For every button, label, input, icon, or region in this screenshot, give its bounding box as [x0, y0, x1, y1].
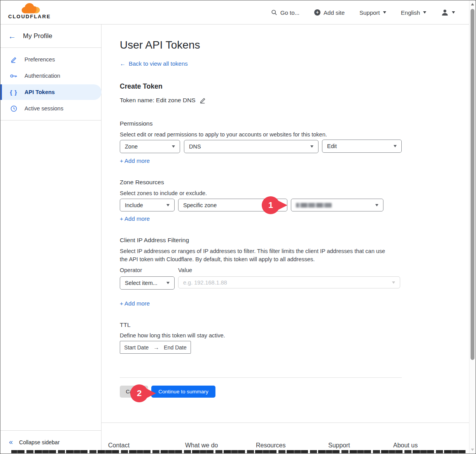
value-label: Value	[178, 267, 192, 273]
back-arrow-icon: ←	[8, 32, 16, 40]
clock-icon	[10, 105, 18, 112]
operator-select[interactable]: Select item...	[120, 276, 175, 290]
ip-value-input[interactable]: e.g. 192.168.1.88	[178, 276, 400, 288]
user-menu[interactable]	[441, 9, 455, 16]
token-name-text: Token name: Edit zone DNS	[120, 97, 196, 104]
language-menu[interactable]: English	[401, 9, 426, 16]
footer-col-what-we-do[interactable]: What we do	[185, 442, 218, 449]
language-label: English	[401, 9, 420, 16]
sidebar-item-active-sessions[interactable]: Active sessions	[0, 101, 102, 116]
permissions-description: Select edit or read permissions to apply…	[120, 131, 327, 139]
sidebar-back-my-profile[interactable]: ← My Profile	[0, 24, 101, 48]
ttl-end-date: End Date	[164, 344, 186, 351]
zone-resources-title: Zone Resources	[120, 179, 164, 186]
collapse-sidebar-label: Collapse sidebar	[19, 439, 60, 445]
back-link-label: Back to view all tokens	[129, 60, 188, 67]
collapse-chevrons-icon: «	[9, 438, 13, 446]
back-arrow-icon: ←	[120, 60, 126, 67]
permissions-title: Permissions	[120, 120, 152, 127]
ttl-description: Define how long this token will stay act…	[120, 332, 225, 340]
pencil-icon	[10, 56, 18, 63]
cancel-button[interactable]: Cancel	[120, 386, 148, 398]
cloudflare-logo[interactable]: CLOUDFLARE	[8, 3, 50, 22]
cloudflare-cloud-icon	[17, 3, 41, 14]
permission-access-select[interactable]: Edit	[322, 140, 402, 153]
chevron-down-icon	[166, 282, 170, 284]
key-icon	[10, 73, 18, 79]
user-icon	[441, 9, 449, 16]
ttl-start-date: Start Date	[124, 344, 149, 351]
vertical-scrollbar[interactable]	[469, 0, 476, 454]
zone-scope-select[interactable]: Specific zone	[178, 199, 287, 211]
sidebar: ← My Profile Preferences Authentication …	[0, 24, 102, 454]
continue-to-summary-button[interactable]: Continue to summary	[151, 386, 215, 398]
ip-filtering-title: Client IP Address Filtering	[120, 237, 189, 244]
arrow-right-icon: →	[153, 344, 159, 351]
footer-col-about-us[interactable]: About us	[393, 442, 418, 449]
chevron-down-icon	[392, 281, 395, 284]
permission-access-value: Edit	[327, 143, 337, 149]
go-to-label: Go to...	[280, 9, 299, 16]
sidebar-item-label: Authentication	[24, 73, 60, 79]
zone-resources-add-more-link[interactable]: + Add more	[120, 215, 150, 222]
scrollbar-thumb[interactable]	[471, 9, 474, 360]
plus-circle-icon: +	[314, 9, 320, 16]
permission-resource-value: DNS	[189, 143, 201, 150]
ip-filtering-description: Select IP addresses or ranges of IP addr…	[120, 247, 392, 264]
redacted-zone-value	[296, 203, 332, 208]
chevron-down-icon	[166, 204, 170, 206]
ip-value-placeholder: e.g. 192.168.1.88	[183, 279, 227, 286]
permission-scope-value: Zone	[125, 143, 138, 150]
chevron-down-icon	[423, 11, 426, 14]
token-name-row: Token name: Edit zone DNS	[120, 97, 206, 104]
back-to-tokens-link[interactable]: ← Back to view all tokens	[120, 60, 188, 67]
zone-scope-value: Specific zone	[183, 202, 217, 208]
ttl-date-range-picker[interactable]: Start Date → End Date	[120, 341, 191, 354]
go-to-search[interactable]: Go to...	[271, 9, 299, 16]
braces-icon: { }	[10, 89, 18, 96]
support-menu[interactable]: Support	[359, 9, 386, 16]
zone-mode-value: Include	[125, 202, 143, 208]
sidebar-item-label: Preferences	[24, 56, 55, 63]
operator-label: Operator	[120, 267, 142, 273]
footer-col-support[interactable]: Support	[328, 442, 350, 449]
sidebar-item-label: Active sessions	[24, 105, 63, 112]
sidebar-separator	[0, 120, 102, 120]
add-site-button[interactable]: + Add site	[314, 9, 345, 16]
add-site-label: Add site	[324, 9, 345, 16]
permission-scope-select[interactable]: Zone	[120, 140, 180, 153]
footer-col-contact[interactable]: Contact	[108, 442, 130, 449]
footer-divider	[102, 423, 469, 423]
scrollbar-down-arrow-icon[interactable]	[471, 449, 474, 451]
page-title: User API Tokens	[120, 39, 200, 51]
support-label: Support	[359, 9, 380, 16]
edit-pencil-icon[interactable]	[200, 97, 206, 104]
top-header: CLOUDFLARE Go to... + Add site Support E…	[0, 0, 469, 24]
cloudflare-wordmark: CLOUDFLARE	[8, 14, 50, 19]
footer-col-resources[interactable]: Resources	[256, 442, 285, 449]
sidebar-item-label: API Tokens	[24, 89, 55, 95]
chevron-down-icon	[172, 145, 175, 148]
scrollbar-up-arrow-icon[interactable]	[471, 3, 474, 5]
search-icon	[271, 9, 277, 16]
chevron-down-icon	[310, 145, 313, 148]
zone-mode-select[interactable]: Include	[120, 199, 175, 211]
sidebar-item-api-tokens[interactable]: { } API Tokens	[0, 84, 102, 100]
operator-value: Select item...	[125, 280, 158, 286]
sidebar-title: My Profile	[23, 32, 52, 40]
sidebar-item-authentication[interactable]: Authentication	[0, 68, 102, 84]
sidebar-item-preferences[interactable]: Preferences	[0, 52, 102, 67]
create-token-heading: Create Token	[120, 82, 163, 91]
zone-name-select[interactable]	[291, 199, 383, 211]
ip-filtering-add-more-link[interactable]: + Add more	[120, 300, 150, 307]
top-nav: Go to... + Add site Support English	[271, 0, 455, 24]
cloudflare-dashboard: CLOUDFLARE Go to... + Add site Support E…	[0, 0, 476, 454]
chevron-down-icon	[394, 145, 397, 147]
chevron-down-icon	[383, 11, 386, 14]
permissions-add-more-link[interactable]: + Add more	[120, 157, 150, 164]
permission-resource-select[interactable]: DNS	[184, 140, 318, 153]
chevron-down-icon	[375, 204, 378, 206]
clipped-footer-links-row	[11, 450, 467, 453]
zone-resources-description: Select zones to include or exclude.	[120, 189, 207, 197]
actions-divider	[120, 377, 402, 378]
